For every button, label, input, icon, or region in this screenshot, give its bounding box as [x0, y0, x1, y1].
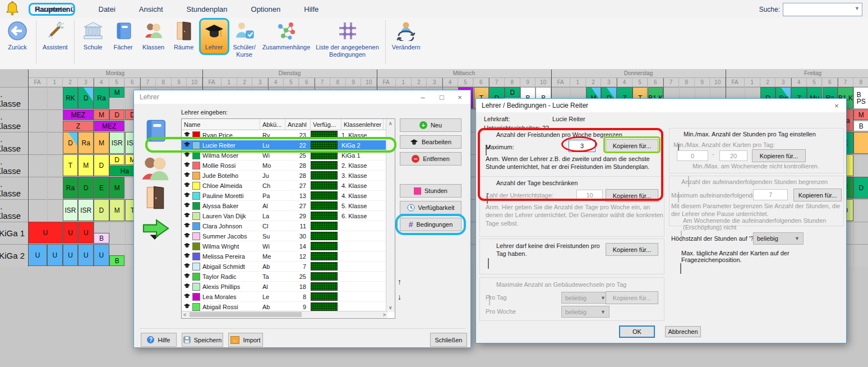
kopieren-button-tage[interactable]: Kopieren für... [606, 189, 658, 202]
timetable-cell[interactable]: B [853, 121, 868, 131]
timetable-cell[interactable]: U [94, 244, 109, 266]
timetable-cell[interactable]: D [853, 177, 868, 199]
teacher-row[interactable]: Melissa PereiraMe12 [182, 251, 387, 262]
kopieren-button-gebaeude[interactable]: Kopieren für... [606, 291, 658, 304]
teacher-row[interactable]: Abigail SchmidtAb7 [182, 262, 387, 272]
timetable-cell[interactable]: D [109, 154, 125, 165]
teacher-row[interactable]: Taylor RadicTa25 [182, 272, 387, 282]
timetable-cell[interactable]: MEZ [94, 121, 124, 131]
book-icon[interactable] [142, 117, 169, 144]
timetable-cell[interactable]: M [94, 109, 109, 120]
people-icon[interactable] [140, 153, 171, 185]
import-button[interactable]: ←Import [228, 333, 263, 347]
timetable-cell[interactable]: D [109, 109, 125, 120]
schliessen-button[interactable]: Schließen [430, 333, 467, 347]
kopieren-button-karten[interactable]: Kopieren für... [752, 149, 806, 162]
timetable-cell[interactable]: ISR [109, 132, 125, 154]
timetable-cell[interactable]: B [109, 255, 125, 266]
timetable-cell[interactable]: D [505, 87, 520, 98]
timetable-cell[interactable]: D [78, 87, 94, 109]
teacher-row[interactable]: Ryan PriceRy231. Klasse [182, 130, 387, 140]
column-header-anzahl[interactable]: Anzahl [285, 119, 311, 130]
teacher-row[interactable]: Pauline MorettiPa134. Klasse [182, 191, 387, 201]
timetable-cell[interactable]: Ra [78, 132, 94, 154]
timetable-cell[interactable]: ISR [78, 199, 94, 221]
teachers-dialog-titlebar[interactable]: Lehrer – □ × [134, 90, 470, 104]
unterrichtstage-input[interactable]: 10 [576, 190, 603, 201]
timetable-cell[interactable]: B [94, 233, 109, 244]
timetable-cell[interactable]: E [94, 177, 109, 199]
teacher-row[interactable]: Alyssa BakerAl275. Klasse [182, 201, 387, 211]
teacher-row[interactable]: Clara JohnsonCl11 [182, 221, 387, 231]
horizontal-scrollbar[interactable]: < > [182, 311, 387, 318]
timetable-cell[interactable]: T [63, 154, 79, 176]
teacher-row[interactable]: Chloe AlmeidaCh274. Klasse [182, 181, 387, 191]
timetable-cell[interactable]: Z [63, 121, 94, 131]
drei-freistunden-checkbox[interactable] [488, 258, 489, 269]
entfernen-button[interactable]: −Entfernen [400, 152, 461, 166]
timetable-cell[interactable]: U [28, 244, 47, 266]
bedingungen-button[interactable]: #Bedingungen [400, 218, 461, 231]
teacher-row[interactable]: Lucie ReiterLu22KiGa 2 [182, 140, 387, 150]
karten-min-input[interactable]: 0 [677, 150, 708, 161]
kopieren-button-freistunden[interactable]: Kopieren für... [606, 139, 658, 152]
timetable-cell[interactable]: D [63, 132, 79, 154]
search-input[interactable]: ▼ [783, 3, 862, 16]
toolbar-student-check[interactable]: Schüler/ Kurse [229, 18, 260, 58]
menu-item-stundenplan[interactable]: Stundenplan [183, 3, 231, 15]
toolbar-door[interactable]: Räume [169, 18, 199, 51]
teacher-row[interactable]: Lea MoralesLe8 [182, 292, 387, 302]
timetable-cell[interactable]: M [78, 154, 94, 176]
toolbar-network-graph[interactable]: Zusammenhänge [260, 18, 313, 51]
timetable-cell[interactable]: U [78, 244, 94, 266]
scroll-right-icon[interactable]: > [383, 312, 386, 318]
neu-button[interactable]: +Neu [400, 118, 461, 132]
timetable-cell[interactable]: U [63, 222, 79, 244]
max-aufeinander-input[interactable]: 7 [753, 189, 788, 200]
timetable-cell[interactable]: U [63, 244, 79, 266]
column-header-abk[interactable]: Abkü... [260, 119, 285, 130]
move-down-icon[interactable]: ↓ [398, 292, 401, 301]
timetable-cell[interactable]: RK [63, 87, 79, 109]
toolbar-back-arrow[interactable]: Zurück [2, 18, 33, 51]
timetable-cell[interactable]: B PS [853, 87, 868, 109]
fragezeichen-checkbox[interactable] [680, 263, 681, 274]
toolbar-people-pair[interactable]: Klassen [138, 18, 169, 51]
menu-item-datei[interactable]: Datei [95, 3, 119, 15]
hoechstzahl-select[interactable]: beliebig▼ [753, 232, 804, 245]
maximize-icon[interactable]: □ [433, 90, 450, 104]
close-icon[interactable]: × [451, 90, 468, 104]
teacher-row[interactable]: Summer JacobsSu30 [182, 231, 387, 241]
scroll-up-icon[interactable]: ∧ [389, 121, 393, 126]
abbrechen-button[interactable]: Abbrechen [665, 326, 701, 337]
column-header-klassenlehrer[interactable]: Klassenlehrer [341, 119, 384, 130]
timetable-cell[interactable]: M [109, 87, 125, 98]
timetable-cell[interactable]: M [109, 177, 125, 199]
scroll-thumb[interactable] [190, 312, 302, 317]
menu-item-optionen[interactable]: Optionen [248, 3, 284, 15]
menu-item-ansicht[interactable]: Ansicht [136, 3, 167, 15]
assign-arrow-icon[interactable] [141, 217, 171, 241]
toolbar-graduation-cap[interactable]: Lehrer [199, 18, 229, 55]
door-icon[interactable] [143, 185, 168, 210]
chevron-down-icon[interactable]: ▼ [855, 6, 860, 11]
timetable-cell[interactable]: D [94, 199, 109, 221]
speichern-button[interactable]: Speichern [182, 333, 223, 347]
kopieren-button-aufeinander[interactable]: Kopieren für... [793, 189, 842, 201]
scroll-left-icon[interactable]: < [183, 312, 186, 318]
timetable-cell[interactable]: D [78, 177, 94, 199]
close-icon[interactable]: × [828, 99, 845, 112]
menu-item-hauptmenü[interactable]: Hauptmenü [31, 3, 79, 15]
teacher-row[interactable]: Alexis PhillipsAl18 [182, 282, 387, 292]
verfuegbarkeit-button[interactable]: Verfügbarkeit [400, 201, 461, 214]
teacher-row[interactable]: Wilma MoserWi25KiGa 1 [182, 150, 387, 160]
teacher-row[interactable]: Lauren Van DijkLa296. Klasse [182, 211, 387, 221]
kopieren-button-drei[interactable]: Kopieren für... [606, 243, 658, 256]
pro-tag-select[interactable]: beliebig▼ [561, 292, 610, 304]
timetable-cell[interactable] [853, 132, 868, 154]
column-header-name[interactable]: Name [182, 119, 260, 130]
minimize-icon[interactable]: – [414, 90, 431, 104]
timetable-cell[interactable]: U [28, 222, 63, 244]
timetable-cell[interactable]: D [94, 154, 109, 176]
maximum-input[interactable]: 3 [569, 140, 595, 152]
